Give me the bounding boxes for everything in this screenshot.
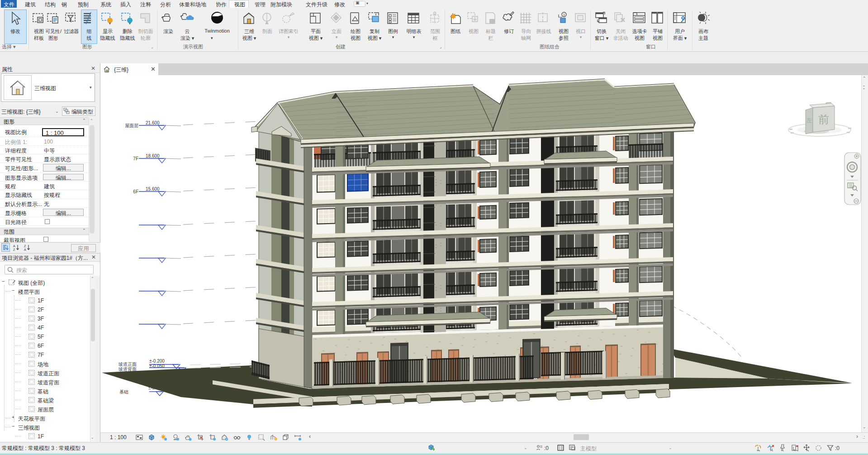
- svg-text:前: 前: [818, 113, 829, 125]
- svg-text:基础: 基础: [119, 389, 128, 394]
- svg-text:坡道背面: 坡道背面: [118, 367, 137, 372]
- svg-text:Z: Z: [24, 244, 26, 248]
- svg-text:1: 1: [563, 13, 565, 17]
- svg-text:±-0.200: ±-0.200: [149, 359, 165, 364]
- svg-text:21.600: 21.600: [146, 120, 160, 125]
- svg-text:±-0.050: ±-0.050: [149, 364, 165, 369]
- svg-text:屋面层: 屋面层: [125, 123, 138, 128]
- svg-text:6F: 6F: [133, 189, 138, 194]
- svg-text:Z: Z: [13, 248, 15, 251]
- svg-text:18.600: 18.600: [146, 153, 160, 158]
- svg-text:A: A: [13, 244, 15, 248]
- svg-text:15.600: 15.600: [146, 187, 160, 192]
- svg-text:A: A: [24, 248, 26, 251]
- svg-text:7F: 7F: [133, 156, 138, 161]
- svg-text:坡道正面: 坡道正面: [118, 362, 137, 367]
- svg-text:左: 左: [806, 117, 812, 124]
